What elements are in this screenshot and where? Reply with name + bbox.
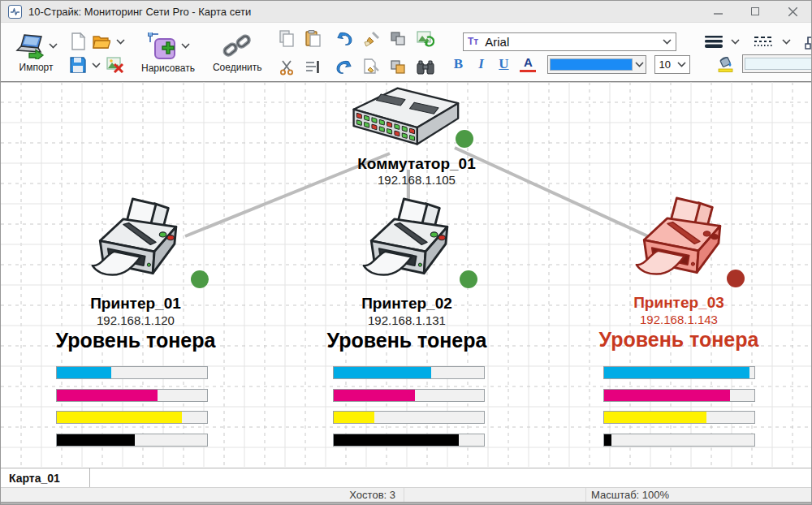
cut-button[interactable] (278, 58, 296, 76)
toner-bar-black (603, 434, 755, 447)
app-window: 10-Страйк: Мониторинг Сети Pro - Карта с… (0, 0, 812, 505)
tab-karta-01[interactable]: Карта_01 (1, 468, 90, 487)
chevron-down-icon[interactable] (116, 39, 125, 45)
clear-format-button[interactable] (362, 58, 381, 76)
toner-title-printer-02: Уровень тонера (301, 329, 512, 352)
window-title: 10-Страйк: Мониторинг Сети Pro - Карта с… (28, 6, 251, 18)
chevron-down-icon[interactable] (92, 63, 101, 68)
chevron-down-icon (49, 43, 58, 49)
brush-button[interactable] (362, 30, 381, 48)
toner-bar-cyan (603, 366, 755, 379)
font-color-button[interactable]: A (520, 56, 536, 72)
node-ip-switch: 192.168.1.105 (319, 173, 514, 187)
import-label: Импорт (19, 62, 54, 73)
node-ip-printer-02: 192.168.1.131 (309, 313, 504, 327)
toner-bar-black (56, 434, 208, 447)
italic-button[interactable]: I (471, 56, 490, 72)
line-style-button[interactable] (753, 34, 775, 49)
toner-panel-printer-01 (56, 366, 208, 455)
save-map-button[interactable] (69, 56, 87, 74)
font-size-select[interactable]: 10 (654, 55, 690, 74)
draw-shape-icon (145, 32, 178, 60)
redo-button[interactable] (335, 58, 354, 76)
paste-button[interactable] (304, 29, 322, 48)
line-width-button[interactable] (703, 34, 724, 49)
delete-map-button[interactable] (106, 56, 125, 74)
font-name-value: Arial (485, 35, 660, 49)
new-map-button[interactable] (69, 32, 87, 51)
font-icon: Tт (468, 36, 478, 47)
connect-button[interactable]: Соединить (209, 32, 266, 75)
line-color-select[interactable] (547, 55, 646, 74)
fill-color-button[interactable] (716, 54, 736, 73)
draw-button[interactable]: Нарисовать (138, 31, 198, 76)
import-button[interactable]: Импорт (11, 32, 61, 75)
fill-color-select[interactable] (742, 54, 812, 73)
status-bar: Хостов: 3 Масштаб: 100% (1, 487, 811, 502)
toner-title-printer-03: Уровень тонера (573, 328, 784, 352)
send-backward-button[interactable] (389, 30, 408, 48)
title-bar: 10-Страйк: Мониторинг Сети Pro - Карта с… (1, 1, 811, 23)
connector-type-button[interactable] (804, 32, 812, 50)
status-spacer (404, 488, 586, 502)
toner-bar-yellow (56, 411, 208, 424)
switch-icon[interactable] (348, 84, 461, 150)
window-bottom-edge (1, 502, 811, 504)
underline-button[interactable]: U (494, 56, 513, 72)
chevron-down-icon (677, 62, 686, 67)
status-dot-printer-01 (191, 270, 209, 288)
node-printer-02[interactable] (359, 196, 461, 287)
toner-panel-printer-02 (333, 366, 485, 455)
chevron-down-icon[interactable] (731, 39, 740, 45)
arrange-button[interactable] (304, 59, 322, 76)
chevron-down-icon (663, 39, 672, 45)
zoom-level: Масштаб: 100% (586, 488, 811, 502)
bold-button[interactable]: B (448, 56, 468, 72)
node-name-printer-02: Принтер_02 (309, 295, 504, 313)
copy-button[interactable] (278, 29, 296, 48)
app-logo-icon (8, 5, 22, 19)
status-dot-printer-02 (460, 270, 477, 288)
chevron-down-icon (181, 43, 190, 49)
toner-panel-printer-03 (603, 366, 755, 455)
toner-bar-magenta (603, 389, 755, 402)
minimize-button[interactable] (699, 1, 736, 22)
toner-bar-yellow (333, 411, 485, 424)
toner-bar-cyan (333, 366, 485, 379)
link-icon (222, 33, 253, 59)
toner-bar-black (333, 434, 485, 447)
import-laptop-icon (15, 33, 45, 59)
bring-forward-button[interactable] (389, 58, 408, 76)
status-dot-printer-03 (727, 270, 745, 287)
map-tab-bar: Карта_01 (1, 468, 811, 487)
undo-button[interactable] (335, 30, 354, 48)
map-canvas[interactable]: Коммутатор_01 192.168.1.105 Принтер_01 1… (1, 81, 811, 468)
node-printer-03[interactable] (632, 195, 734, 287)
font-size-value: 10 (659, 58, 675, 71)
close-button[interactable] (774, 1, 811, 22)
draw-label: Нарисовать (141, 63, 195, 74)
toolbar: Импорт (1, 23, 811, 82)
open-map-button[interactable] (92, 32, 111, 50)
line-color-swatch (550, 58, 633, 71)
node-name-printer-03: Принтер_03 (581, 294, 776, 312)
printer-icon (88, 196, 190, 287)
printer-icon (632, 195, 734, 287)
fill-color-swatch (745, 58, 812, 70)
find-button[interactable] (416, 59, 435, 76)
node-name-switch: Коммутатор_01 (319, 155, 514, 173)
font-family-select[interactable]: Tт Arial (463, 32, 676, 51)
chevron-down-icon[interactable] (782, 39, 791, 45)
chevron-down-icon (635, 62, 644, 67)
toner-bar-yellow (603, 411, 755, 424)
maximize-button[interactable] (736, 1, 774, 22)
refresh-map-button[interactable] (416, 30, 435, 48)
hosts-count: Хостов: 3 (1, 488, 404, 502)
connect-label: Соединить (213, 62, 262, 73)
node-ip-printer-01: 192.168.1.120 (38, 313, 233, 327)
node-name-printer-01: Принтер_01 (38, 295, 233, 313)
node-printer-01[interactable] (88, 196, 190, 287)
printer-icon (359, 196, 461, 287)
toner-bar-magenta (56, 389, 208, 402)
status-dot-switch (456, 130, 473, 148)
